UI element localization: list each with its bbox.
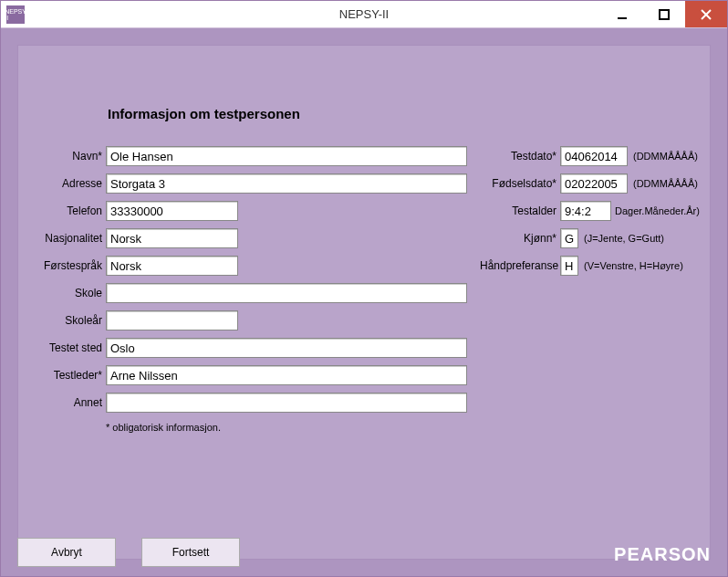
annet-input[interactable] <box>106 393 467 413</box>
continue-button[interactable]: Fortsett <box>141 538 240 567</box>
label-handpref: Håndpreferanse <box>480 259 560 272</box>
minimize-button[interactable] <box>601 1 643 27</box>
cancel-button[interactable]: Avbryt <box>17 538 116 567</box>
hint-handpref: (V=Venstre, H=Høyre) <box>584 260 683 271</box>
maximize-icon <box>659 9 670 20</box>
telefon-input[interactable] <box>106 201 238 221</box>
minimize-icon <box>617 9 628 20</box>
close-icon <box>701 9 712 20</box>
label-testleder: Testleder* <box>18 369 106 382</box>
hint-fodselsdato: (DDMMÅÅÅÅ) <box>633 178 698 189</box>
form-panel: Informasjon om testpersonen Navn* Adress… <box>17 45 711 560</box>
svg-rect-1 <box>660 10 669 19</box>
label-annet: Annet <box>18 396 106 409</box>
navn-input[interactable] <box>106 146 467 166</box>
label-nasjonalitet: Nasjonalitet <box>18 232 106 245</box>
maximize-button[interactable] <box>643 1 685 27</box>
testalder-input[interactable] <box>560 201 611 221</box>
fodselsdato-input[interactable] <box>560 173 628 194</box>
label-testdato: Testdato* <box>480 150 560 163</box>
forstesprak-input[interactable] <box>106 256 238 276</box>
label-fodselsdato: Fødselsdato* <box>480 177 560 190</box>
brand-logo: PEARSON <box>614 544 711 565</box>
skolear-input[interactable] <box>106 310 238 330</box>
required-note: * obligatorisk informasjon. <box>106 422 221 433</box>
app-window: NEPSY II NEPSY-II Informasjon om testper… <box>0 0 728 577</box>
label-skole: Skole <box>18 287 106 299</box>
hint-kjonn: (J=Jente, G=Gutt) <box>584 233 664 244</box>
testetsted-input[interactable] <box>106 338 467 358</box>
hint-testdato: (DDMMÅÅÅÅ) <box>633 151 698 162</box>
kjonn-input[interactable] <box>560 228 578 248</box>
continue-label: Fortsett <box>172 546 210 559</box>
testdato-input[interactable] <box>560 146 628 166</box>
footer-buttons: Avbryt Fortsett <box>17 538 240 567</box>
label-navn: Navn* <box>18 150 106 163</box>
page-title: Informasjon om testpersonen <box>108 106 300 121</box>
titlebar: NEPSY II NEPSY-II <box>1 1 727 28</box>
hint-testalder: Dager.Måneder.År) <box>615 205 700 216</box>
testleder-input[interactable] <box>106 365 467 385</box>
label-kjonn: Kjønn* <box>480 232 560 245</box>
nasjonalitet-input[interactable] <box>106 228 238 248</box>
label-telefon: Telefon <box>18 205 106 217</box>
label-adresse: Adresse <box>18 177 106 190</box>
skole-input[interactable] <box>106 283 467 303</box>
close-button[interactable] <box>685 1 727 27</box>
adresse-input[interactable] <box>106 173 467 194</box>
handpref-input[interactable] <box>560 256 578 276</box>
window-controls <box>601 1 727 27</box>
label-skolear: Skoleår <box>18 314 106 327</box>
label-testetsted: Testet sted <box>18 341 106 354</box>
cancel-label: Avbryt <box>51 546 82 559</box>
label-testalder: Testalder <box>480 205 560 217</box>
label-forstesprak: Førstespråk <box>18 259 106 272</box>
app-icon: NEPSY II <box>6 5 25 24</box>
window-body: Informasjon om testpersonen Navn* Adress… <box>1 28 727 576</box>
